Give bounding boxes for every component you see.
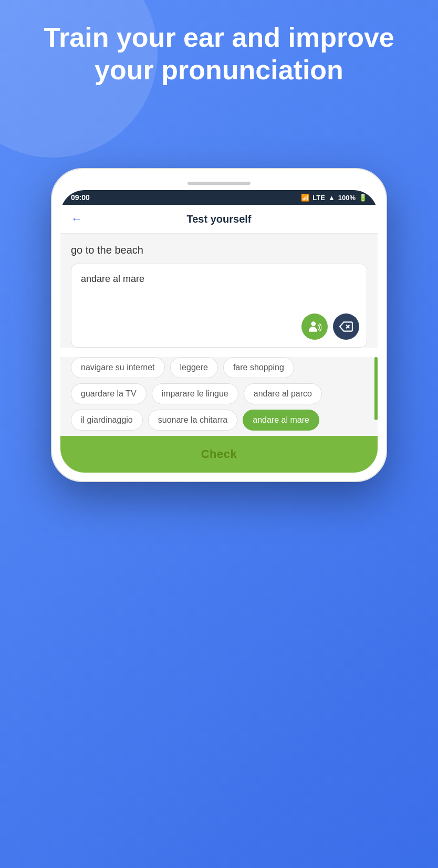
mic-button[interactable] xyxy=(301,313,328,340)
scroll-indicator xyxy=(374,357,378,420)
word-chip[interactable]: fare shopping xyxy=(223,357,294,378)
answer-actions xyxy=(301,313,359,340)
battery-text: 100% xyxy=(338,194,356,202)
battery-icon: 🔋 xyxy=(359,194,367,202)
word-chip[interactable]: suonare la chitarra xyxy=(148,410,238,431)
status-time: 09:00 xyxy=(71,193,90,202)
signal-icon: ▲ xyxy=(328,194,335,202)
check-button[interactable]: Check xyxy=(60,436,378,473)
prompt-text: go to the beach xyxy=(71,244,367,256)
app-header: ← Test yourself xyxy=(60,205,378,234)
answer-text: andare al mare xyxy=(81,274,144,284)
delete-icon xyxy=(339,320,353,333)
phone-speaker xyxy=(187,182,251,185)
wifi-icon: 📶 xyxy=(301,194,309,202)
status-bar: 09:00 📶 LTE ▲ 100% 🔋 xyxy=(60,190,378,205)
chips-area: navigare su internetleggerefare shopping… xyxy=(60,357,378,436)
word-chip[interactable]: andare al mare xyxy=(243,410,319,431)
page-title: Test yourself xyxy=(187,213,252,225)
word-chip[interactable]: leggere xyxy=(170,357,218,378)
phone-mockup: 09:00 📶 LTE ▲ 100% 🔋 ← Test yourself xyxy=(51,168,387,482)
svg-point-0 xyxy=(311,321,316,326)
word-chip[interactable]: imparare le lingue xyxy=(152,383,238,404)
status-icons: 📶 LTE ▲ 100% 🔋 xyxy=(301,194,367,202)
hero-title: Train your ear and improve your pronunci… xyxy=(0,21,438,87)
lte-icon: LTE xyxy=(312,194,325,202)
word-chip[interactable]: guardare la TV xyxy=(71,383,147,404)
back-button[interactable]: ← xyxy=(71,212,82,226)
delete-button[interactable] xyxy=(333,313,359,340)
word-chip[interactable]: il giardinaggio xyxy=(71,410,143,431)
answer-box: andare al mare xyxy=(71,264,367,348)
word-chip[interactable]: andare al parco xyxy=(244,383,322,404)
mic-icon xyxy=(308,320,321,333)
app-content: go to the beach andare al mare xyxy=(60,234,378,348)
phone-frame: 09:00 📶 LTE ▲ 100% 🔋 ← Test yourself xyxy=(51,168,387,482)
word-chip[interactable]: navigare su internet xyxy=(71,357,165,378)
phone-screen: 09:00 📶 LTE ▲ 100% 🔋 ← Test yourself xyxy=(60,190,378,473)
